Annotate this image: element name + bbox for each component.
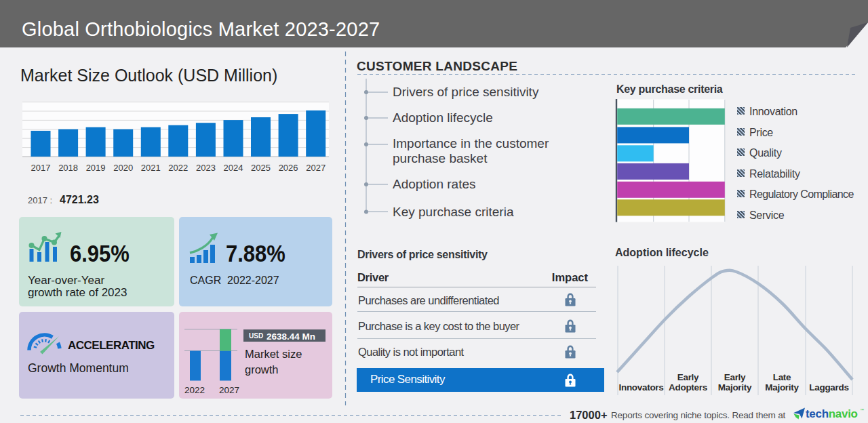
svg-text:™: ™ [860,408,864,412]
svg-text:2024: 2024 [224,163,243,173]
svg-text:2018: 2018 [58,163,78,173]
svg-text:2022: 2022 [168,163,188,173]
svg-text:2026: 2026 [279,163,298,173]
svg-text:2020: 2020 [113,163,133,173]
svg-text:2025: 2025 [251,163,271,173]
svg-text:2019: 2019 [86,163,106,173]
svg-text:2027: 2027 [306,163,326,173]
svg-text:2023: 2023 [196,163,216,173]
svg-text:technavio: technavio [806,407,858,420]
svg-text:2017: 2017 [31,163,51,173]
svg-text:2021: 2021 [141,163,161,173]
